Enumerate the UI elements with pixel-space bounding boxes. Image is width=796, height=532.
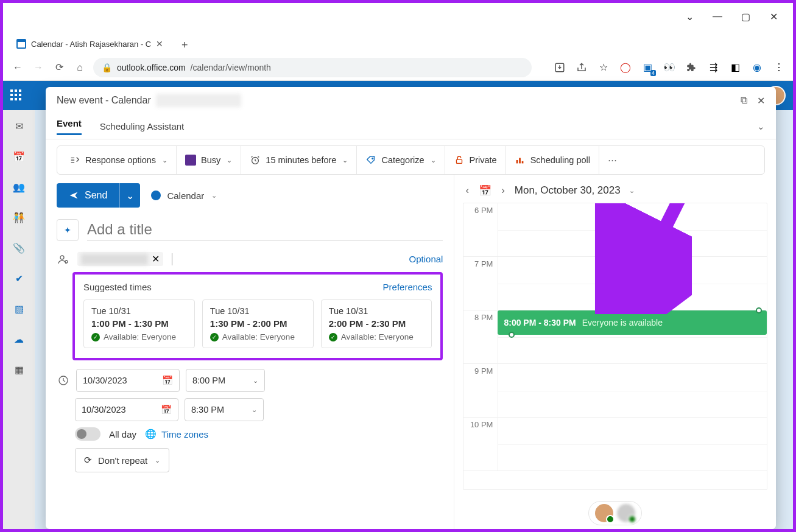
all-day-toggle[interactable] [75,427,100,441]
avatar[interactable] [617,504,635,522]
url-path: /calendar/view/month [191,63,271,72]
reload-button[interactable]: ⟳ [52,60,66,75]
extension-playlist-icon[interactable]: ⇶ [706,61,720,74]
window-titlebar: ⌄ — ▢ ✕ [3,3,793,30]
svg-rect-5 [456,159,462,163]
schedule-panel: ‹ 📅 › Mon, October 30, 2023 ⌄ 6 PM 7 PM … [454,175,776,529]
modal-close-icon[interactable]: ✕ [757,95,765,107]
next-day-icon[interactable]: › [499,182,507,199]
reminder-button[interactable]: 15 minutes before⌄ [241,146,357,174]
svg-rect-6 [516,160,518,163]
suggested-time-card[interactable]: Tue 10/31 2:00 PM - 2:30 PM ✓Available: … [321,299,432,348]
attendee-name-redacted [81,254,148,265]
modal-tabs: Event Scheduling Assistant ⌄ [46,114,776,139]
window-minimize-icon[interactable]: — [706,7,728,26]
bookmark-star-icon[interactable]: ☆ [597,61,610,74]
onedrive-rail-icon[interactable]: ☁ [12,332,26,346]
tab-title: Calendar - Atish Rajasekharan - C [31,40,151,49]
favicon-calendar-icon [16,39,26,49]
svg-point-4 [372,158,373,159]
extension-sidepanel-icon[interactable]: ◧ [728,61,742,74]
attendee-avatars[interactable] [588,501,642,525]
svg-rect-1 [18,42,25,47]
start-time-input[interactable]: 8:00 PM⌄ [186,369,265,392]
mail-rail-icon[interactable]: ✉ [12,119,26,133]
check-icon: ✓ [210,333,219,341]
extensions-puzzle-icon[interactable] [685,61,698,74]
time-grid[interactable]: 6 PM 7 PM 8 PM 9 PM 10 PM 8:00 PM - 8:30… [463,203,767,490]
tabs-overflow-icon[interactable]: ⌄ [757,121,765,132]
install-app-icon[interactable] [553,61,566,74]
attendees-icon [57,253,70,265]
svg-rect-7 [519,158,521,163]
repeat-button[interactable]: ⟳ Don't repeat ⌄ [75,448,169,472]
remove-attendee-icon[interactable]: ✕ [152,253,160,265]
browser-toolbar: ← → ⟳ ⌂ 🔒 outlook.office.com/calendar/vi… [3,54,793,81]
popout-icon[interactable]: ⧉ [741,95,747,107]
back-button[interactable]: ← [10,60,25,75]
tab-event[interactable]: Event [57,118,82,135]
window-close-icon[interactable]: ✕ [763,7,784,26]
files-rail-icon[interactable]: 📎 [12,240,26,255]
lock-icon: 🔒 [102,63,112,72]
hour-label: 10 PM [463,418,498,471]
tab-scheduling-assistant[interactable]: Scheduling Assistant [100,121,184,131]
send-button[interactable]: Send ⌄ [57,183,140,208]
optional-attendees-link[interactable]: Optional [409,254,443,264]
time-zones-link[interactable]: 🌐Time zones [145,429,208,439]
event-toolbar: Response options⌄ Busy⌄ 15 minutes befor… [57,145,765,175]
home-button[interactable]: ⌂ [72,60,87,75]
app-launcher-icon[interactable] [10,89,23,102]
new-event-modal: New event - Calendar ⧉ ✕ Event Schedulin… [46,87,776,529]
today-icon[interactable]: 📅 [479,184,491,197]
attendee-chip[interactable]: ✕ [77,252,163,266]
globe-icon: 🌐 [145,429,157,439]
extension-blue-icon[interactable]: ▣4 [641,61,654,74]
event-time: 8:00 PM - 8:30 PM [504,318,576,327]
end-time-input[interactable]: 8:30 PM⌄ [185,398,264,421]
extension-swirl-icon[interactable]: ◉ [750,61,764,74]
browser-tab-active[interactable]: Calendar - Atish Rajasekharan - C ✕ [8,33,172,54]
extension-eyes-icon[interactable]: 👀 [663,61,676,74]
event-title-input[interactable] [87,219,443,241]
calendar-rail-icon[interactable]: 📅 [12,149,26,164]
address-bar[interactable]: 🔒 outlook.office.com/calendar/view/month [93,58,532,77]
suggested-time-card[interactable]: Tue 10/31 1:00 PM - 1:30 PM ✓Available: … [83,299,195,348]
suggested-time-card[interactable]: Tue 10/31 1:30 PM - 2:00 PM ✓Available: … [202,299,314,348]
hour-label: 8 PM [463,310,498,363]
show-as-button[interactable]: Busy⌄ [177,146,241,174]
prev-day-icon[interactable]: ‹ [463,182,471,199]
more-apps-rail-icon[interactable]: ▦ [12,362,26,377]
end-date-input[interactable]: 10/30/2023📅 [75,398,178,421]
toolbar-overflow-icon[interactable]: ⋯ [599,146,625,174]
todo-rail-icon[interactable]: ✔ [12,271,26,285]
emoji-title-icon[interactable]: ✦ [57,219,79,241]
groups-rail-icon[interactable]: 🧑‍🤝‍🧑 [12,210,26,225]
window-maximize-icon[interactable]: ▢ [734,7,756,26]
check-icon: ✓ [329,333,337,341]
clock-icon [57,374,70,387]
forward-button[interactable]: → [31,60,46,75]
people-rail-icon[interactable]: 👥 [12,180,26,194]
extension-ublock-icon[interactable]: ◯ [619,61,632,74]
outlook-app: ✉ 📅 👥 🧑‍🤝‍🧑 📎 ✔ ▧ ☁ ▦ 31Nov 12345 New ev… [3,81,793,529]
calendar-picker[interactable]: Calendar ⌄ [151,191,217,201]
browser-menu-icon[interactable]: ⋮ [772,61,786,74]
new-tab-button[interactable]: + [175,36,194,54]
schedule-date[interactable]: Mon, October 30, 2023 [515,184,621,197]
window-dropdown-icon[interactable]: ⌄ [678,7,700,26]
tab-close-icon[interactable]: ✕ [156,39,163,49]
tentative-event-block[interactable]: 8:00 PM - 8:30 PM Everyone is available [498,310,767,335]
modal-header: New event - Calendar ⧉ ✕ [46,87,776,114]
private-button[interactable]: Private [445,146,506,174]
send-split-icon[interactable]: ⌄ [119,183,140,208]
response-options-button[interactable]: Response options⌄ [61,146,177,174]
preferences-link[interactable]: Preferences [383,282,432,292]
browser-actions: ☆ ◯ ▣4 👀 ⇶ ◧ ◉ ⋮ [553,61,786,74]
share-icon[interactable] [575,61,588,74]
start-date-input[interactable]: 10/30/2023📅 [76,369,180,392]
scheduling-poll-button[interactable]: Scheduling poll [506,146,599,174]
bookings-rail-icon[interactable]: ▧ [12,301,26,316]
avatar[interactable] [595,504,613,522]
categorize-button[interactable]: Categorize⌄ [357,146,445,174]
